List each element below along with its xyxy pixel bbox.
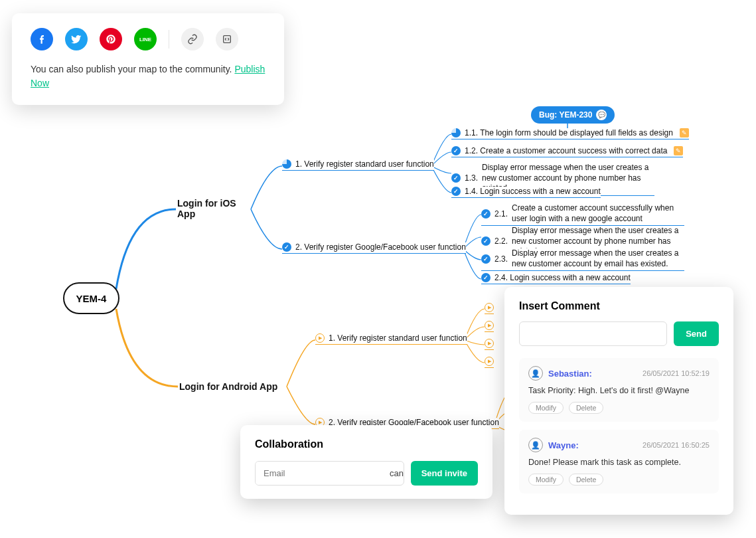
permission-label: can view bbox=[390, 468, 404, 478]
delete-button[interactable]: Delete bbox=[569, 402, 603, 414]
node-label: 1. Verify register standard user functio… bbox=[295, 159, 434, 169]
check-icon bbox=[451, 173, 461, 183]
android-node-1[interactable]: 1. Verify register standard user functio… bbox=[315, 333, 467, 345]
bug-tag[interactable]: Bug: YEM-230 bbox=[531, 106, 615, 124]
arrow-icon bbox=[485, 303, 494, 312]
progress-icon bbox=[451, 128, 461, 137]
node-num: 2.3. bbox=[494, 254, 508, 264]
node-num: 1.3. bbox=[465, 173, 478, 183]
node-label: 1.1. The login form should be displayed … bbox=[465, 128, 673, 137]
modify-button[interactable]: Modify bbox=[528, 402, 564, 414]
arrow-icon bbox=[315, 333, 325, 343]
avatar-icon bbox=[528, 438, 543, 452]
node-label: Display error message when the user crea… bbox=[512, 248, 684, 269]
avatar-icon bbox=[528, 366, 543, 381]
root-node[interactable]: YEM-4 bbox=[63, 282, 119, 314]
node-num: 2.1. bbox=[494, 209, 508, 219]
comment-author: Wayne: bbox=[548, 440, 579, 450]
ios-node-2-4[interactable]: 2.4. Login success with a new account bbox=[481, 273, 631, 284]
collaboration-form: can view ⌄ Send invite bbox=[255, 461, 478, 486]
branch-android-label[interactable]: Login for Android App bbox=[179, 381, 277, 392]
node-label: 1.2. Create a customer account success w… bbox=[465, 146, 667, 155]
ios-node-2-1[interactable]: 2.1. Create a customer account successfu… bbox=[481, 203, 684, 226]
ios-node-1-4[interactable]: 1.4. Login success with a new account bbox=[451, 187, 601, 198]
ios-node-2-3[interactable]: 2.3. Display error message when the user… bbox=[481, 248, 684, 271]
email-input-group: can view ⌄ bbox=[255, 461, 404, 486]
comment-time: 26/05/2021 10:52:19 bbox=[643, 369, 710, 377]
check-icon bbox=[481, 209, 491, 219]
publish-leading-text: You can also publish your map to the com… bbox=[31, 64, 234, 74]
bug-tag-label: Bug: YEM-230 bbox=[539, 110, 592, 120]
comment-input-row: Send bbox=[519, 321, 719, 346]
comment-title: Insert Comment bbox=[519, 300, 719, 312]
ios-node-1-1[interactable]: 1.1. The login form should be displayed … bbox=[451, 128, 689, 139]
ios-node-1[interactable]: 1. Verify register standard user functio… bbox=[282, 159, 434, 171]
modify-button[interactable]: Modify bbox=[528, 474, 564, 486]
node-num: 2.2. bbox=[494, 236, 508, 246]
node-label: 2.4. Login success with a new account bbox=[494, 273, 631, 282]
comment-time: 26/05/2021 16:50:25 bbox=[643, 441, 710, 449]
android-node-1-child-4[interactable] bbox=[485, 357, 494, 368]
comment-body: Task Priority: High. Let's do it first! … bbox=[528, 386, 710, 395]
collaboration-title: Collaboration bbox=[255, 438, 478, 450]
divider bbox=[169, 30, 169, 48]
comment-body: Done! Please mark this task as complete. bbox=[528, 458, 710, 467]
check-icon bbox=[282, 242, 291, 252]
send-invite-button[interactable]: Send invite bbox=[411, 461, 478, 486]
chat-bubble-icon bbox=[596, 110, 607, 120]
node-label: 1. Verify register standard user functio… bbox=[329, 333, 467, 343]
check-icon bbox=[451, 146, 461, 155]
social-icon-row: LINE bbox=[31, 28, 265, 50]
node-label: 2. Verify register Google/Facebook user … bbox=[295, 242, 466, 252]
send-button[interactable]: Send bbox=[674, 321, 719, 346]
facebook-icon[interactable] bbox=[31, 28, 53, 50]
line-icon[interactable]: LINE bbox=[134, 28, 157, 50]
svg-rect-0 bbox=[224, 36, 231, 43]
edit-badge-icon bbox=[680, 128, 689, 137]
link-icon[interactable] bbox=[181, 28, 204, 50]
android-node-1-child-1[interactable] bbox=[485, 303, 494, 314]
twitter-icon[interactable] bbox=[65, 28, 88, 50]
progress-icon bbox=[282, 159, 291, 169]
publish-text: You can also publish your map to the com… bbox=[31, 62, 265, 90]
check-icon bbox=[481, 254, 491, 264]
node-label: Create a customer account successfully w… bbox=[512, 203, 684, 224]
arrow-icon bbox=[485, 357, 494, 366]
permission-select[interactable]: can view ⌄ bbox=[383, 462, 404, 485]
android-node-1-child-2[interactable] bbox=[485, 321, 494, 332]
comment-panel: Insert Comment Send Sebastian: 26/05/202… bbox=[504, 287, 733, 515]
check-icon bbox=[481, 236, 491, 246]
share-panel: LINE You can also publish your map to th… bbox=[12, 13, 284, 105]
collaboration-panel: Collaboration can view ⌄ Send invite bbox=[240, 425, 492, 499]
pinterest-icon[interactable] bbox=[100, 28, 122, 50]
arrow-icon bbox=[485, 339, 494, 348]
delete-button[interactable]: Delete bbox=[569, 474, 603, 486]
node-label: 1.4. Login success with a new account bbox=[465, 187, 601, 196]
check-icon bbox=[451, 187, 461, 196]
ios-node-2[interactable]: 2. Verify register Google/Facebook user … bbox=[282, 242, 466, 254]
check-icon bbox=[481, 273, 491, 282]
android-node-1-child-3[interactable] bbox=[485, 339, 494, 350]
branch-ios-label[interactable]: Login for iOS App bbox=[177, 198, 250, 219]
comment-input[interactable] bbox=[519, 321, 667, 346]
comment-item: Wayne: 26/05/2021 16:50:25 Done! Please … bbox=[519, 430, 719, 493]
comment-item: Sebastian: 26/05/2021 10:52:19 Task Prio… bbox=[519, 358, 719, 422]
ios-node-1-2[interactable]: 1.2. Create a customer account success w… bbox=[451, 146, 683, 157]
email-input[interactable] bbox=[256, 462, 383, 485]
embed-icon[interactable] bbox=[216, 28, 238, 50]
comment-author: Sebastian: bbox=[548, 369, 592, 379]
arrow-icon bbox=[485, 321, 494, 330]
edit-badge-icon bbox=[674, 146, 683, 155]
